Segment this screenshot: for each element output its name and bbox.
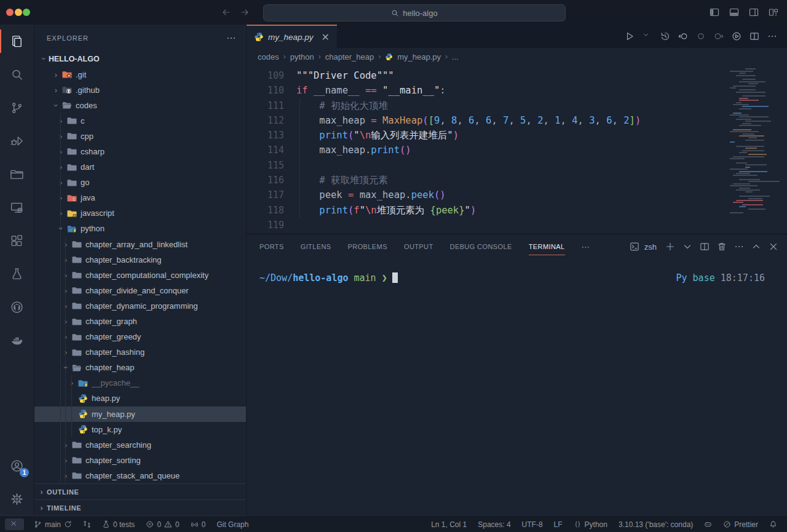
- status-prettier[interactable]: Prettier: [719, 519, 762, 530]
- panel-tab-problems[interactable]: PROBLEMS: [348, 234, 387, 259]
- run-dropdown-icon[interactable]: [643, 31, 652, 41]
- status-eol[interactable]: LF: [550, 519, 566, 530]
- panel-tab-debug-console[interactable]: DEBUG CONSOLE: [450, 234, 512, 259]
- breadcrumb-item[interactable]: ...: [452, 52, 459, 62]
- panel-tabs-more-icon[interactable]: ⋯: [582, 234, 590, 259]
- activity-settings[interactable]: [0, 482, 34, 515]
- tab-close-icon[interactable]: ✕: [322, 31, 330, 43]
- close-icon[interactable]: [769, 242, 778, 252]
- chevron-down-icon[interactable]: ›: [52, 100, 60, 110]
- tree-item-my-heap-py[interactable]: my_heap.py: [34, 407, 246, 422]
- tree-item-hello-algo[interactable]: ›HELLO-ALGO: [34, 51, 246, 66]
- chev-down-icon[interactable]: [682, 242, 692, 252]
- status-git-branch[interactable]: main: [30, 519, 76, 530]
- circle-icon[interactable]: [696, 31, 706, 41]
- trash-icon[interactable]: [717, 242, 727, 252]
- tree-item-chapter-array-and-linkedlist[interactable]: ›chapter_array_and_linkedlist: [34, 237, 246, 252]
- tree-item-chapter-hashing[interactable]: ›chapter_hashing: [34, 344, 246, 360]
- tree-item-heap-py[interactable]: heap.py: [34, 391, 246, 406]
- run-or-debug-icon[interactable]: [732, 31, 742, 41]
- navigate-back-button[interactable]: [221, 7, 231, 17]
- chevron-right-icon[interactable]: ›: [56, 163, 66, 171]
- close-window-button[interactable]: [6, 9, 14, 16]
- tree-item--pycache-[interactable]: ›__pycache__: [34, 375, 246, 391]
- tree-item-chapter-dynamic-programming[interactable]: ›chapter_dynamic_programming: [34, 298, 246, 314]
- panel-tab-gitlens[interactable]: GITLENS: [301, 234, 331, 259]
- chevron-right-icon[interactable]: ›: [51, 71, 61, 79]
- chevron-right-icon[interactable]: ›: [61, 240, 71, 248]
- activity-docker[interactable]: [0, 324, 34, 357]
- tree-item-go[interactable]: ›go: [34, 175, 246, 190]
- tree-item-javascript[interactable]: ›JSjavascript: [34, 205, 246, 221]
- tree-item-csharp[interactable]: ›csharp: [34, 144, 246, 159]
- activity-run-and-debug[interactable]: [0, 124, 34, 157]
- ellipsis-icon[interactable]: [734, 242, 744, 252]
- layout-left-icon[interactable]: [710, 7, 719, 17]
- tree-item-chapter-heap[interactable]: ›chapter_heap: [34, 360, 246, 375]
- tree-item--git[interactable]: ›.git: [34, 66, 246, 82]
- activity-remote-explorer[interactable]: [0, 191, 34, 224]
- tree-item-python[interactable]: ›python: [34, 221, 246, 236]
- navigate-back-circle-icon[interactable]: [678, 31, 688, 41]
- chevron-right-icon[interactable]: ›: [61, 317, 71, 325]
- chevron-down-icon[interactable]: ›: [40, 54, 48, 64]
- activity-testing[interactable]: [0, 257, 34, 290]
- minimize-window-button[interactable]: [15, 9, 22, 16]
- tab-my-heap-py[interactable]: my_heap.py ✕: [247, 25, 337, 48]
- status-copilot[interactable]: [700, 519, 716, 530]
- status-encoding[interactable]: UTF-8: [518, 519, 547, 530]
- tree-item-chapter-graph[interactable]: ›chapter_graph: [34, 314, 246, 329]
- activity-source-control[interactable]: [0, 91, 34, 124]
- tree-item-c[interactable]: ›c: [34, 113, 246, 129]
- tree-item-chapter-stack-and-queue[interactable]: ›chapter_stack_and_queue: [34, 468, 246, 483]
- activity-project-manager[interactable]: [0, 157, 34, 191]
- status-ports[interactable]: 0: [187, 519, 210, 530]
- status-notifications[interactable]: [765, 519, 781, 530]
- chevron-right-icon[interactable]: ›: [61, 287, 71, 295]
- minimap[interactable]: [739, 68, 778, 214]
- chevron-down-icon[interactable]: ›: [62, 363, 70, 373]
- tree-item-top-k-py[interactable]: top_k.py: [34, 422, 246, 437]
- chevron-right-icon[interactable]: ›: [61, 456, 71, 464]
- breadcrumb-item[interactable]: chapter_heap: [325, 52, 374, 62]
- status-indentation[interactable]: Spaces: 4: [474, 519, 514, 530]
- chevron-right-icon[interactable]: ›: [56, 148, 66, 156]
- status-git-compare[interactable]: [79, 519, 95, 530]
- chevron-right-icon[interactable]: ›: [61, 302, 71, 310]
- explorer-more-actions-icon[interactable]: [226, 33, 236, 43]
- breadcrumb-item[interactable]: codes: [258, 52, 279, 62]
- navigate-forward-circle-icon[interactable]: [714, 31, 724, 41]
- tree-item-chapter-greedy[interactable]: ›chapter_greedy: [34, 329, 246, 344]
- activity-extensions[interactable]: [0, 224, 34, 257]
- activity-accounts[interactable]: 1: [0, 449, 34, 482]
- breadcrumb-item[interactable]: my_heap.py: [397, 52, 441, 62]
- chev-up-icon[interactable]: [751, 242, 761, 252]
- panel-tab-ports[interactable]: PORTS: [259, 234, 284, 259]
- chevron-right-icon[interactable]: ›: [61, 256, 71, 264]
- breadcrumb-item[interactable]: python: [290, 52, 314, 62]
- split-icon[interactable]: [700, 242, 710, 252]
- tree-item-chapter-divide-and-conquer[interactable]: ›chapter_divide_and_conquer: [34, 283, 246, 298]
- chevron-right-icon[interactable]: ›: [67, 379, 77, 387]
- zoom-window-button[interactable]: [23, 9, 30, 16]
- status-problems[interactable]: 00: [142, 519, 183, 530]
- more-actions-icon[interactable]: [767, 31, 777, 41]
- terminal-icon[interactable]: [630, 242, 639, 252]
- chevron-right-icon[interactable]: ›: [56, 194, 66, 202]
- status-remote-indicator[interactable]: [5, 518, 24, 530]
- chevron-right-icon[interactable]: ›: [61, 333, 71, 341]
- tree-item-chapter-sorting[interactable]: ›chapter_sorting: [34, 453, 246, 468]
- navigate-forward-button[interactable]: [240, 7, 250, 17]
- status-tests[interactable]: 0 tests: [98, 519, 138, 530]
- tree-item-codes[interactable]: ›codes: [34, 98, 246, 113]
- tree-item-dart[interactable]: ›dart: [34, 159, 246, 175]
- file-history-icon[interactable]: [660, 31, 670, 41]
- panel-tab-terminal[interactable]: TERMINAL: [529, 234, 565, 259]
- chevron-right-icon[interactable]: ›: [51, 86, 61, 94]
- layout-right-icon[interactable]: [749, 7, 759, 17]
- split-editor-icon[interactable]: [749, 31, 759, 41]
- command-center-search[interactable]: hello-algo: [263, 4, 566, 22]
- layout-grid-icon[interactable]: [769, 7, 778, 17]
- chevron-down-icon[interactable]: ›: [57, 224, 65, 234]
- tree-item-chapter-searching[interactable]: ›chapter_searching: [34, 437, 246, 453]
